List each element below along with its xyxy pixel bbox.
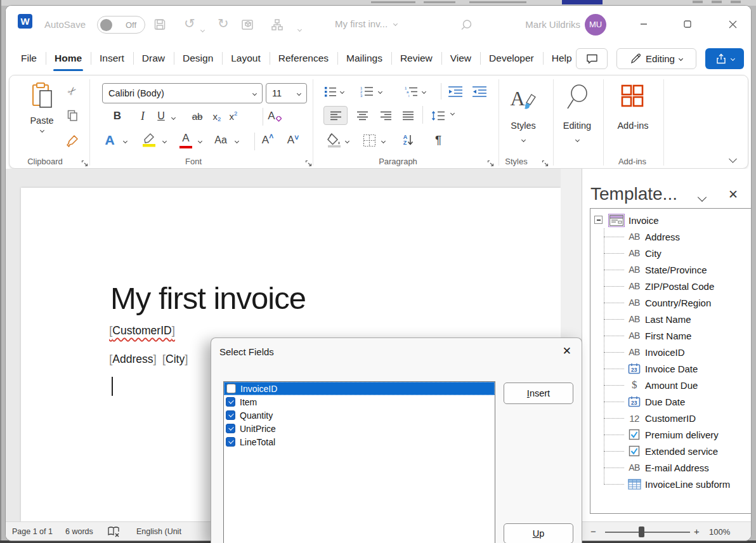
align-right-button[interactable] bbox=[377, 106, 394, 125]
superscript-button[interactable]: x2 bbox=[225, 108, 242, 124]
align-center-button[interactable] bbox=[354, 106, 370, 125]
content-control-address[interactable]: [Address] bbox=[109, 352, 157, 366]
justify-button[interactable] bbox=[400, 106, 416, 125]
tree-item-extended-service[interactable]: Extended service bbox=[590, 443, 752, 459]
field-option-quantity[interactable]: Quantity bbox=[224, 409, 495, 422]
panel-dropdown-icon[interactable] bbox=[698, 193, 707, 202]
content-control-city[interactable]: [City] bbox=[162, 352, 188, 366]
undo-icon[interactable]: ↺ bbox=[184, 16, 195, 30]
sort-button[interactable]: AZ bbox=[399, 131, 418, 149]
insert-button[interactable]: Insert bbox=[504, 383, 573, 404]
font-color-button[interactable]: A bbox=[177, 131, 195, 149]
field-option-unitprice[interactable]: UnitPrice bbox=[224, 422, 495, 435]
addins-icon[interactable] bbox=[621, 83, 644, 108]
tab-mailings[interactable]: Mailings bbox=[337, 44, 391, 73]
bullets-button[interactable] bbox=[323, 84, 338, 98]
show-marks-button[interactable]: ¶ bbox=[429, 131, 447, 149]
tab-review[interactable]: Review bbox=[391, 44, 441, 73]
tree-item-customerid[interactable]: 12CustomerID bbox=[590, 410, 752, 426]
styles-dialog-launcher[interactable] bbox=[542, 158, 549, 165]
tree-item-city[interactable]: ABCity bbox=[590, 245, 752, 261]
tree-item-invoiceid[interactable]: ABInvoiceID bbox=[590, 344, 752, 360]
field-option-linetotal[interactable]: LineTotal bbox=[224, 435, 495, 448]
checked-checkbox[interactable] bbox=[226, 410, 235, 420]
undo-dropdown-icon[interactable] bbox=[201, 23, 204, 34]
minimize-button[interactable] bbox=[629, 6, 658, 43]
font-name-combo[interactable]: Calibri (Body) bbox=[102, 83, 263, 103]
content-control-customerid[interactable]: [CustomerID] bbox=[109, 324, 175, 337]
decrease-indent-button[interactable] bbox=[447, 84, 464, 98]
hierarchy-icon[interactable] bbox=[270, 18, 285, 34]
format-painter-icon[interactable] bbox=[65, 134, 79, 148]
collapse-node-icon[interactable] bbox=[594, 216, 603, 224]
preview-gallery-icon[interactable] bbox=[240, 18, 255, 34]
zoom-out-icon[interactable]: − bbox=[590, 526, 596, 537]
increase-indent-button[interactable] bbox=[471, 84, 488, 98]
word-logo-icon[interactable]: W bbox=[18, 14, 32, 29]
tree-item-premium-delivery[interactable]: Premium delivery bbox=[590, 426, 752, 443]
tree-item-last-name[interactable]: ABLast Name bbox=[590, 311, 752, 327]
font-dialog-launcher[interactable] bbox=[305, 158, 312, 165]
font-size-combo[interactable]: 11 bbox=[266, 83, 307, 103]
zoom-in-icon[interactable]: + bbox=[694, 526, 700, 537]
paste-button[interactable]: Paste bbox=[18, 81, 65, 152]
tree-item-due-date[interactable]: 23Due Date bbox=[590, 393, 752, 410]
text-effects-dropdown-icon[interactable] bbox=[121, 138, 129, 144]
change-case-button[interactable]: Aa bbox=[211, 131, 230, 149]
tab-help[interactable]: Help bbox=[543, 44, 581, 73]
bold-button[interactable]: B bbox=[110, 108, 125, 124]
change-case-dropdown-icon[interactable] bbox=[233, 138, 240, 144]
subscript-button[interactable]: x2 bbox=[209, 108, 225, 124]
tab-view[interactable]: View bbox=[441, 44, 480, 73]
checked-checkbox[interactable] bbox=[226, 424, 235, 433]
editing-mode-button[interactable]: Editing bbox=[616, 48, 696, 69]
styles-dropdown-icon[interactable] bbox=[519, 136, 527, 143]
search-icon[interactable] bbox=[460, 18, 473, 34]
multilevel-dropdown-icon[interactable] bbox=[420, 88, 427, 95]
clear-formatting-button[interactable]: A bbox=[266, 108, 284, 124]
styles-icon[interactable]: A bbox=[508, 82, 538, 115]
shading-button[interactable] bbox=[325, 131, 343, 149]
clipboard-dialog-launcher[interactable] bbox=[81, 158, 88, 165]
qat-customize-icon[interactable] bbox=[298, 22, 301, 34]
editing-dropdown-icon[interactable] bbox=[573, 136, 581, 143]
redo-icon[interactable]: ↻ bbox=[218, 16, 229, 30]
tree-item-first-name[interactable]: ABFirst Name bbox=[590, 327, 752, 344]
shrink-font-button[interactable]: A˅ bbox=[285, 131, 301, 149]
field-option-invoiceid[interactable]: InvoiceID bbox=[224, 382, 495, 395]
tab-design[interactable]: Design bbox=[174, 44, 222, 73]
tree-item-zip-postal-code[interactable]: ABZIP/Postal Code bbox=[590, 278, 752, 294]
line-spacing-dropdown-icon[interactable] bbox=[448, 110, 456, 116]
maximize-button[interactable] bbox=[673, 6, 702, 43]
italic-button[interactable]: I bbox=[135, 108, 150, 124]
zoom-slider-track[interactable] bbox=[605, 532, 690, 533]
numbering-button[interactable]: 123 bbox=[358, 84, 375, 98]
tree-item-amount-due[interactable]: $Amount Due bbox=[590, 377, 752, 393]
unchecked-checkbox[interactable] bbox=[226, 384, 236, 393]
highlight-button[interactable] bbox=[140, 131, 158, 149]
share-button[interactable] bbox=[705, 48, 744, 69]
paragraph-dialog-launcher[interactable] bbox=[487, 158, 494, 165]
document-title[interactable]: My first inv... bbox=[335, 18, 397, 29]
up-button[interactable]: Up bbox=[504, 523, 573, 543]
multilevel-list-button[interactable]: 1ai bbox=[403, 84, 419, 98]
tree-item-country-region[interactable]: ABCountry/Region bbox=[590, 294, 752, 311]
text-effects-button[interactable]: A bbox=[101, 131, 119, 149]
highlight-dropdown-icon[interactable] bbox=[160, 138, 168, 144]
tab-file[interactable]: File bbox=[12, 44, 46, 73]
zoom-level[interactable]: 100% bbox=[709, 527, 730, 537]
user-name[interactable]: Mark Uildriks bbox=[494, 19, 580, 30]
tab-references[interactable]: References bbox=[270, 44, 337, 73]
tree-item-e-mail-address[interactable]: ABE-mail Address bbox=[590, 459, 752, 476]
collapse-ribbon-icon[interactable] bbox=[730, 153, 736, 164]
word-count[interactable]: 6 words bbox=[65, 527, 93, 536]
save-icon[interactable] bbox=[153, 18, 167, 34]
proofing-icon[interactable] bbox=[107, 526, 121, 540]
tab-draw[interactable]: Draw bbox=[133, 44, 174, 73]
dialog-close-icon[interactable]: ✕ bbox=[563, 344, 571, 358]
numbering-dropdown-icon[interactable] bbox=[376, 88, 384, 95]
field-option-item[interactable]: Item bbox=[224, 395, 495, 409]
editing-button-label[interactable]: Editing bbox=[560, 120, 594, 131]
tree-item-invoice-date[interactable]: 23Invoice Date bbox=[590, 360, 752, 377]
checked-checkbox[interactable] bbox=[226, 437, 235, 447]
